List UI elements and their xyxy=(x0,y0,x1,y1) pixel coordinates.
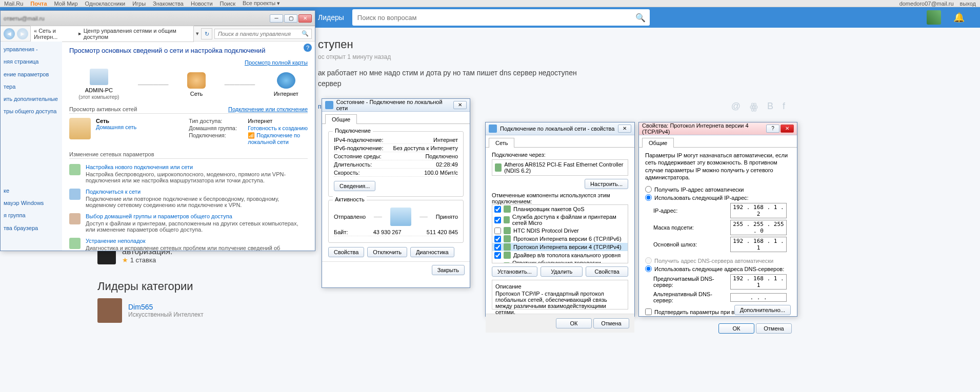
topbar-item[interactable]: Поиск xyxy=(220,1,235,7)
radio-manual-dns[interactable]: Использовать следующие адреса DNS-сервер… xyxy=(645,265,791,272)
cp-search-input[interactable] xyxy=(214,29,312,39)
full-map-link[interactable]: Просмотр полной карты xyxy=(245,59,308,66)
advanced-button[interactable]: Дополнительно... xyxy=(734,305,791,315)
titlebar[interactable]: Свойства: Протокол Интернета версии 4 (T… xyxy=(639,122,797,135)
radio-manual-ip[interactable]: Использовать следующий IP-адрес: xyxy=(645,194,791,201)
install-button[interactable]: Установить... xyxy=(492,266,537,277)
breadcrumb-part[interactable]: « Сеть и Интерн... xyxy=(34,28,76,40)
connect-disconnect-link[interactable]: Подключение или отключение xyxy=(228,106,308,112)
sidebar-item[interactable]: ить дополнительные xyxy=(4,95,59,102)
disable-button[interactable]: Отключить xyxy=(367,247,407,257)
back-button[interactable]: ◄ xyxy=(4,28,15,39)
ip-input[interactable]: 192 . 168 . 1 . 2 xyxy=(730,203,787,218)
sidebar-item[interactable]: тва браузера xyxy=(4,224,59,232)
tab-general[interactable]: Общие xyxy=(325,114,357,124)
node-internet[interactable]: Интернет xyxy=(274,72,298,97)
refresh-button[interactable]: ↻ xyxy=(201,28,212,39)
component-checkbox[interactable] xyxy=(494,263,501,264)
topbar-item[interactable]: Игры xyxy=(132,1,146,7)
list-item[interactable]: Протокол Интернета версии 4 (TCP/IPv4) xyxy=(492,243,628,251)
ok-icon[interactable]: ꙮ xyxy=(750,101,758,112)
topbar-item[interactable]: Mail.Ru xyxy=(4,1,23,7)
cancel-button[interactable]: Отмена xyxy=(593,318,629,328)
logout-link[interactable]: выход xyxy=(960,1,976,7)
leaders-link[interactable]: Лидеры xyxy=(318,13,344,22)
task-item[interactable]: Настройка нового подключения или сетиНас… xyxy=(69,164,308,183)
list-item[interactable]: HTC NDIS Protocol Driver xyxy=(492,226,628,235)
gw-input[interactable]: 192 . 168 . 1 . 1 xyxy=(730,237,787,252)
mask-input[interactable]: 255 . 255 . 255 . 0 xyxy=(730,220,787,235)
help-button[interactable]: ? xyxy=(766,125,779,133)
maximize-button[interactable]: ▢ xyxy=(284,14,297,23)
sidebar-item[interactable]: ке xyxy=(4,187,59,194)
radio-auto-ip[interactable]: Получить IP-адрес автоматически xyxy=(645,186,791,193)
node-network[interactable]: Сеть xyxy=(187,72,206,97)
component-checkbox[interactable] xyxy=(494,228,501,234)
leader-name[interactable]: Dim565 xyxy=(128,303,204,311)
confirm-checkbox[interactable] xyxy=(645,308,652,315)
diagnose-button[interactable]: Диагностика xyxy=(410,247,454,257)
search-icon[interactable]: 🔍 xyxy=(302,30,309,37)
connection-link[interactable]: Подключение по xyxy=(256,132,300,138)
search-box[interactable]: 🔍 xyxy=(352,9,650,26)
forward-button[interactable]: ► xyxy=(17,28,28,39)
topbar-item[interactable]: Одноклассники xyxy=(85,1,126,7)
user-email[interactable]: domedoro07@mail.ru xyxy=(899,1,954,7)
prop-val-link[interactable]: Готовность к созданию xyxy=(248,125,308,131)
topbar-item[interactable]: Почта xyxy=(30,1,47,7)
search-input[interactable] xyxy=(352,14,631,22)
help-icon[interactable]: ? xyxy=(304,44,312,52)
component-checkbox[interactable] xyxy=(494,206,501,213)
node-this-pc[interactable]: ADMIN-PC(этот компьютер) xyxy=(78,69,119,100)
remove-button[interactable]: Удалить xyxy=(541,266,583,277)
avatar[interactable] xyxy=(927,10,941,25)
leader-item[interactable]: Dim565 Искусственный Интеллект xyxy=(97,298,303,323)
ok-button[interactable]: ОК xyxy=(556,318,592,328)
breadcrumb[interactable]: « Сеть и Интерн... ▸ Центр управления се… xyxy=(30,26,194,42)
properties-button[interactable]: Свойства xyxy=(328,247,364,257)
breadcrumb-part[interactable]: Центр управления сетями и общим доступом xyxy=(84,28,190,40)
component-checkbox[interactable] xyxy=(494,244,501,251)
fb-icon[interactable]: f xyxy=(783,101,785,112)
titlebar[interactable]: Подключение по локальной сети - свойства… xyxy=(486,122,634,135)
ok-button[interactable]: ОК xyxy=(718,323,754,334)
tab-general[interactable]: Общие xyxy=(642,138,674,148)
sidebar-item[interactable]: управления - xyxy=(4,46,59,53)
task-title[interactable]: Выбор домашней группы и параметров общег… xyxy=(86,213,308,219)
bell-icon[interactable]: 🔔 xyxy=(953,12,965,23)
configure-button[interactable]: Настроить... xyxy=(585,179,628,189)
minimize-button[interactable]: ─ xyxy=(270,14,283,23)
sidebar-item[interactable]: тера xyxy=(4,83,59,90)
component-props-button[interactable]: Свойства xyxy=(586,266,628,277)
task-title[interactable]: Подключиться к сети xyxy=(86,189,308,195)
titlebar[interactable]: ответы@mail.ru ─ ▢ ✕ xyxy=(1,11,315,26)
list-item[interactable]: Драйвер в/в тополога канального уровня xyxy=(492,251,628,259)
cancel-button[interactable]: Отмена xyxy=(756,323,792,334)
list-item[interactable]: Планировщик пакетов QoS xyxy=(492,205,628,213)
topbar-item[interactable]: Новости xyxy=(191,1,213,7)
task-title[interactable]: Настройка нового подключения или сети xyxy=(86,164,308,170)
component-checkbox[interactable] xyxy=(494,252,501,259)
close-button[interactable]: ✕ xyxy=(781,125,794,133)
network-type-link[interactable]: Домашняя сеть xyxy=(96,124,178,130)
tab-network[interactable]: Сеть xyxy=(489,138,514,148)
topbar-item[interactable]: Знакомства xyxy=(153,1,184,7)
mail-icon[interactable]: @ xyxy=(731,101,741,112)
search-icon[interactable]: 🔍 xyxy=(631,13,650,23)
close-button[interactable]: ✕ xyxy=(298,14,312,23)
sidebar-item[interactable]: няя страница xyxy=(4,58,59,65)
task-item[interactable]: Подключиться к сетиПодключение или повто… xyxy=(69,189,308,208)
titlebar[interactable]: Состояние - Подключение по локальной сет… xyxy=(322,99,470,112)
task-title[interactable]: Устранение неполадок xyxy=(86,238,308,244)
details-button[interactable]: Сведения... xyxy=(334,181,375,191)
sidebar-item[interactable]: тры общего доступа xyxy=(4,108,59,115)
close-button[interactable]: Закрыть xyxy=(432,265,465,275)
component-checkbox[interactable] xyxy=(494,236,501,242)
vk-icon[interactable]: В xyxy=(767,101,773,112)
topbar-item[interactable]: Мой Мир xyxy=(54,1,78,7)
list-item[interactable]: Протокол Интернета версии 6 (TCP/IPv6) xyxy=(492,235,628,243)
list-item[interactable]: Служба доступа к файлам и принтерам сете… xyxy=(492,213,628,226)
topbar-item[interactable]: Все проекты ▾ xyxy=(243,0,280,7)
sidebar-item[interactable]: ение параметров xyxy=(4,71,59,78)
sidebar-item[interactable]: мауэр Windows xyxy=(4,199,59,207)
